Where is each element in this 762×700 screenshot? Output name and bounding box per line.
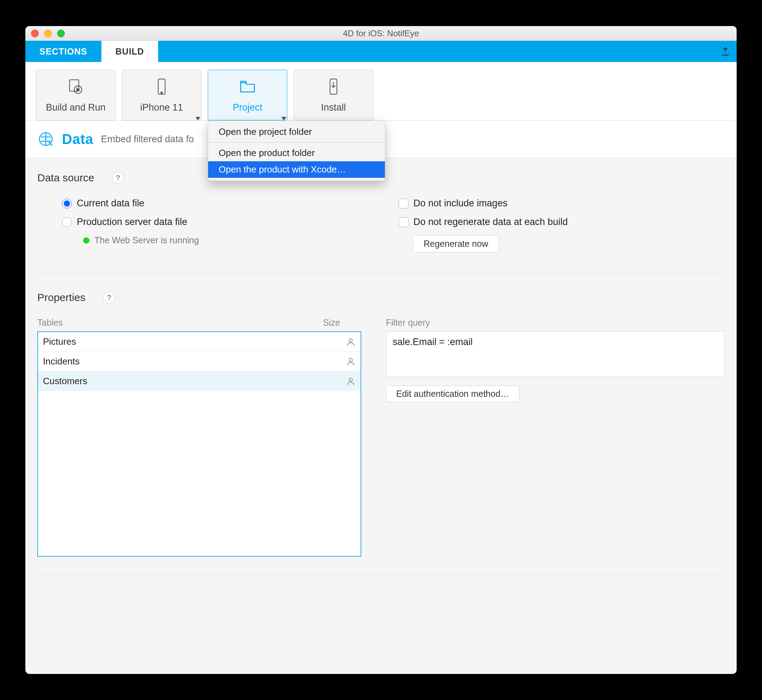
svg-point-8: [349, 378, 352, 381]
check-no-images-label: Do not include images: [414, 198, 507, 209]
titlebar: 4D for iOS: NotifEye: [25, 26, 737, 41]
col-header-size: Size: [284, 317, 361, 328]
folder-icon: [238, 78, 257, 96]
tables-list[interactable]: PicturesIncidentsCustomers: [37, 331, 361, 557]
device-button[interactable]: iPhone 11: [122, 70, 201, 120]
table-row[interactable]: Customers: [38, 372, 361, 391]
content-area: Data source ? Current data file Producti…: [25, 158, 737, 674]
menu-open-project-folder[interactable]: Open the project folder: [208, 123, 385, 140]
radio-production-server[interactable]: Production server data file: [62, 217, 364, 228]
properties-columns: Tables Size PicturesIncidentsCustomers F…: [37, 317, 725, 557]
help-icon[interactable]: ?: [103, 292, 115, 303]
checkbox-icon: [398, 217, 409, 227]
table-row[interactable]: Pictures: [38, 332, 361, 352]
menu-open-with-xcode[interactable]: Open the product with Xcode…: [208, 161, 385, 178]
install-icon: [324, 78, 343, 96]
window-title: 4D for iOS: NotifEye: [25, 28, 737, 38]
radio-current-label: Current data file: [77, 198, 144, 209]
install-button[interactable]: Install: [294, 70, 373, 120]
server-status-text: The Web Server is running: [94, 235, 199, 245]
regenerate-now-button[interactable]: Regenerate now: [413, 235, 499, 253]
user-icon: [346, 377, 356, 386]
divider: [37, 574, 725, 575]
properties-right: Filter query Edit authentication method…: [386, 317, 725, 557]
project-label: Project: [233, 102, 262, 113]
server-status-row: The Web Server is running: [83, 235, 364, 245]
check-no-regenerate[interactable]: Do not regenerate data at each build: [398, 217, 725, 228]
check-no-regenerate-label: Do not regenerate data at each build: [414, 217, 568, 228]
help-icon[interactable]: ?: [112, 172, 124, 184]
build-run-icon: [67, 78, 85, 96]
check-no-images[interactable]: Do not include images: [398, 198, 725, 209]
user-icon: [346, 357, 356, 367]
properties-heading-row: Properties ?: [37, 292, 725, 303]
data-title: Data: [62, 131, 93, 147]
export-icon[interactable]: [720, 47, 730, 56]
table-name: Customers: [43, 376, 289, 387]
project-menu: Open the project folder Open the product…: [208, 120, 385, 181]
col-header-filter: Filter query: [386, 317, 725, 328]
data-icon: [37, 131, 54, 147]
chevron-down-icon: [195, 117, 200, 120]
col-header-tables: Tables: [37, 317, 284, 328]
svg-point-7: [349, 358, 352, 361]
chevron-down-icon: [281, 117, 286, 120]
checkbox-icon: [398, 198, 409, 208]
status-dot-icon: [83, 238, 89, 244]
filter-query-input[interactable]: [386, 331, 725, 377]
radio-icon: [62, 217, 72, 227]
svg-point-6: [349, 338, 352, 342]
build-run-button[interactable]: Build and Run: [36, 70, 116, 120]
edit-auth-method-button[interactable]: Edit authentication method…: [386, 386, 519, 402]
radio-production-label: Production server data file: [77, 217, 187, 228]
table-row[interactable]: Incidents: [38, 352, 361, 372]
properties-heading: Properties: [37, 292, 86, 303]
build-run-label: Build and Run: [46, 102, 106, 113]
tables-headers: Tables Size: [37, 317, 361, 331]
device-label: iPhone 11: [140, 102, 183, 113]
table-name: Pictures: [43, 336, 289, 347]
app-window: 4D for iOS: NotifEye SECTIONS BUILD Buil…: [25, 26, 737, 674]
data-source-right: Do not include images Do not regenerate …: [398, 198, 725, 256]
table-name: Incidents: [43, 356, 289, 367]
user-icon: [346, 337, 356, 347]
properties-left: Tables Size PicturesIncidentsCustomers: [37, 317, 361, 557]
build-toolbar: Build and Run iPhone 11 Project: [25, 62, 737, 121]
data-subtitle: Embed filtered data fo: [101, 134, 194, 145]
project-button[interactable]: Project: [208, 70, 287, 120]
tab-build[interactable]: BUILD: [101, 41, 158, 62]
data-source-options: Current data file Production server data…: [37, 198, 725, 256]
radio-icon: [62, 198, 72, 208]
menu-open-product-folder[interactable]: Open the product folder: [208, 145, 385, 161]
data-source-left: Current data file Production server data…: [37, 198, 364, 256]
install-label: Install: [321, 102, 346, 113]
tab-sections[interactable]: SECTIONS: [25, 41, 101, 62]
divider: [37, 273, 725, 274]
main-tabs: SECTIONS BUILD: [25, 41, 737, 62]
svg-point-3: [161, 92, 162, 93]
phone-icon: [153, 78, 171, 96]
radio-current-data-file[interactable]: Current data file: [62, 198, 364, 209]
data-source-heading: Data source: [37, 172, 94, 184]
